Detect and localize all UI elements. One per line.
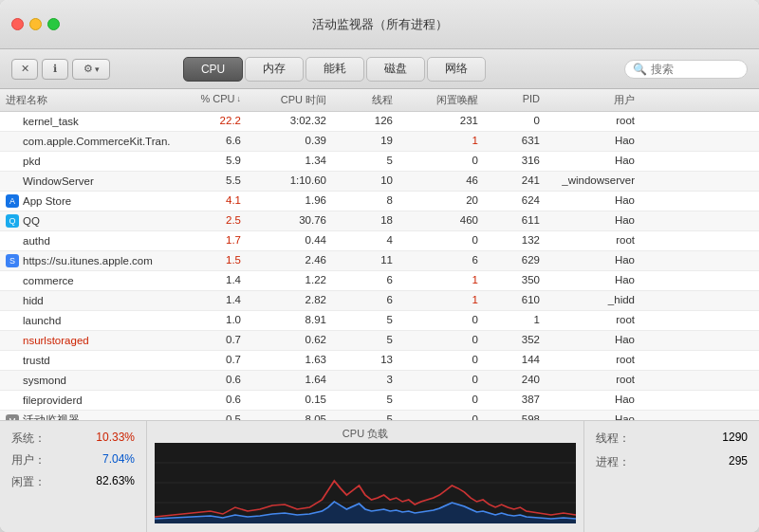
cell-cpu: 4.1 <box>171 193 247 210</box>
info-button[interactable]: ℹ <box>42 59 68 80</box>
table-row[interactable]: QQQ 2.5 30.76 18 460 611 Hao <box>0 211 759 231</box>
stat-system-label: 系统： <box>11 431 46 447</box>
gear-icon: ⚙ <box>83 63 93 75</box>
tab-network[interactable]: 网络 <box>427 57 486 82</box>
cell-time: 8.91 <box>247 312 332 329</box>
cell-cpu: 0.6 <box>171 372 247 389</box>
cell-cpu: 1.0 <box>171 312 247 329</box>
cell-name: M活动监视器 <box>0 412 171 420</box>
cpu-chart <box>155 443 576 523</box>
table-header: 进程名称 % CPU ↓ CPU 时间 线程 闲置唤醒 PID 用户 <box>0 89 759 112</box>
stat-threads-value: 1290 <box>722 431 748 447</box>
process-icon <box>6 234 19 248</box>
table-row[interactable]: kernel_task 22.2 3:02.32 126 231 0 root <box>0 112 759 132</box>
table-row[interactable]: M活动监视器 0.5 8.05 5 0 598 Hao <box>0 411 759 420</box>
cell-user: root <box>546 113 640 130</box>
col-idle[interactable]: 闲置唤醒 <box>398 93 484 107</box>
traffic-lights <box>11 18 60 30</box>
process-icon: S <box>6 254 19 267</box>
cell-pid: 1 <box>484 312 546 329</box>
toolbar-left: ✕ ℹ ⚙ ▾ <box>11 59 110 80</box>
cell-cpu: 1.4 <box>171 292 247 309</box>
cell-user: Hao <box>546 412 640 420</box>
cell-idle: 460 <box>398 212 484 229</box>
cell-user: Hao <box>546 153 640 170</box>
content: 进程名称 % CPU ↓ CPU 时间 线程 闲置唤醒 PID 用户 kerne… <box>0 89 759 420</box>
cell-user: Hao <box>546 252 640 269</box>
main-window: 活动监视器（所有进程） ✕ ℹ ⚙ ▾ CPU 内存 能耗 磁盘 网络 🔍 进程… <box>0 0 759 532</box>
process-icon <box>6 374 19 387</box>
footer-stats: 系统： 10.33% 用户： 7.04% 闲置： 82.63% <box>0 421 147 532</box>
cell-idle: 46 <box>398 173 484 190</box>
table-row[interactable]: sysmond 0.6 1.64 3 0 240 root <box>0 371 759 391</box>
tab-bar: CPU 内存 能耗 磁盘 网络 <box>183 57 486 82</box>
cell-user: Hao <box>546 193 640 210</box>
cell-idle: 0 <box>398 352 484 369</box>
table-row[interactable]: authd 1.7 0.44 4 0 132 root <box>0 231 759 251</box>
chart-title: CPU 负载 <box>342 427 388 441</box>
table-row[interactable]: launchd 1.0 8.91 5 0 1 root <box>0 311 759 331</box>
tab-cpu[interactable]: CPU <box>183 57 243 82</box>
cell-threads: 5 <box>332 332 398 349</box>
toolbar: ✕ ℹ ⚙ ▾ CPU 内存 能耗 磁盘 网络 🔍 <box>0 49 759 89</box>
cell-cpu: 6.6 <box>171 133 247 150</box>
cell-user: Hao <box>546 392 640 409</box>
cell-threads: 19 <box>332 133 398 150</box>
table-row[interactable]: Shttps://su.itunes.apple.com 1.5 2.46 11… <box>0 251 759 271</box>
cell-threads: 11 <box>332 252 398 269</box>
cell-time: 1:10.60 <box>247 173 332 190</box>
stat-system-value: 10.33% <box>96 431 135 447</box>
cell-threads: 10 <box>332 173 398 190</box>
process-icon <box>6 394 19 407</box>
col-pid[interactable]: PID <box>484 93 546 107</box>
minimize-button[interactable] <box>29 18 42 30</box>
cell-threads: 4 <box>332 232 398 249</box>
col-cpu[interactable]: % CPU ↓ <box>171 93 247 107</box>
table-row[interactable]: nsurlstoraged 0.7 0.62 5 0 352 Hao <box>0 331 759 351</box>
cell-pid: 629 <box>484 252 546 269</box>
tab-memory[interactable]: 内存 <box>245 57 304 82</box>
cell-name: hidd <box>0 292 171 309</box>
cell-name: pkd <box>0 153 171 170</box>
col-time[interactable]: CPU 时间 <box>247 93 332 107</box>
cell-pid: 350 <box>484 272 546 289</box>
col-threads[interactable]: 线程 <box>332 93 398 107</box>
table-row[interactable]: hidd 1.4 2.82 6 1 610 _hidd <box>0 291 759 311</box>
table-row[interactable]: pkd 5.9 1.34 5 0 316 Hao <box>0 152 759 172</box>
table-row[interactable]: commerce 1.4 1.22 6 1 350 Hao <box>0 271 759 291</box>
cell-threads: 5 <box>332 412 398 420</box>
cell-time: 0.39 <box>247 133 332 150</box>
search-input[interactable] <box>651 63 736 76</box>
cell-name: nsurlstoraged <box>0 332 171 349</box>
table-row[interactable]: fileproviderd 0.6 0.15 5 0 387 Hao <box>0 391 759 411</box>
settings-button[interactable]: ⚙ ▾ <box>72 59 110 80</box>
cell-pid: 240 <box>484 372 546 389</box>
cell-time: 2.46 <box>247 252 332 269</box>
cell-threads: 13 <box>332 352 398 369</box>
cell-pid: 611 <box>484 212 546 229</box>
table-row[interactable]: com.apple.CommerceKit.Tran... 6.6 0.39 1… <box>0 132 759 152</box>
process-icon <box>6 174 19 188</box>
cell-threads: 5 <box>332 153 398 170</box>
process-icon <box>6 314 19 327</box>
cell-time: 0.44 <box>247 232 332 249</box>
col-user[interactable]: 用户 <box>546 93 640 107</box>
process-icon <box>6 274 19 287</box>
tab-energy[interactable]: 能耗 <box>305 57 364 82</box>
table-row[interactable]: WindowServer 5.5 1:10.60 10 46 241 _wind… <box>0 172 759 192</box>
process-icon: Q <box>6 214 19 228</box>
cell-time: 2.82 <box>247 292 332 309</box>
tab-disk[interactable]: 磁盘 <box>366 57 425 82</box>
stop-button[interactable]: ✕ <box>11 59 38 80</box>
table-row[interactable]: AApp Store 4.1 1.96 8 20 624 Hao <box>0 192 759 211</box>
cell-threads: 18 <box>332 212 398 229</box>
cell-threads: 6 <box>332 272 398 289</box>
maximize-button[interactable] <box>47 18 60 30</box>
table-row[interactable]: trustd 0.7 1.63 13 0 144 root <box>0 351 759 371</box>
close-button[interactable] <box>11 18 24 30</box>
search-box[interactable]: 🔍 <box>624 60 748 79</box>
cell-time: 0.15 <box>247 392 332 409</box>
cell-idle: 0 <box>398 372 484 389</box>
cell-cpu: 2.5 <box>171 212 247 229</box>
cell-cpu: 0.6 <box>171 392 247 409</box>
